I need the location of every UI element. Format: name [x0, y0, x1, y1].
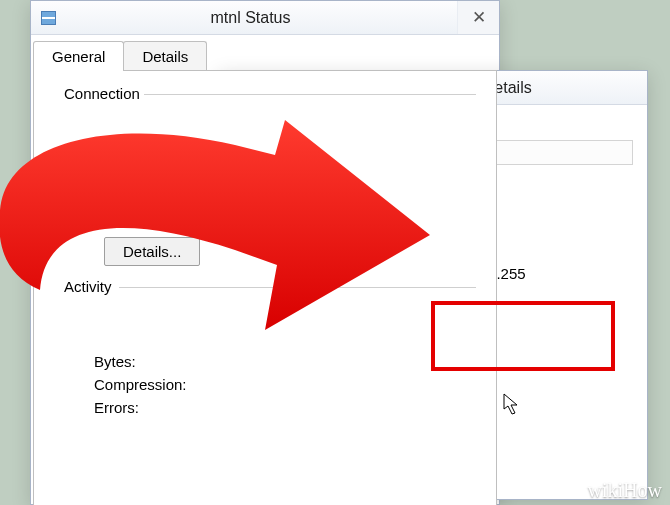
tab-general[interactable]: General [33, 41, 124, 71]
status-window: mtnl Status ✕ General Details Connection… [30, 0, 500, 505]
field-bytes: Bytes: [94, 353, 254, 370]
status-titlebar: mtnl Status ✕ [31, 1, 499, 35]
tab-details[interactable]: Details [123, 41, 207, 71]
field-compression: Compression: [94, 376, 254, 393]
status-title: mtnl Status [44, 9, 457, 27]
field-duration: Duration: [94, 186, 254, 203]
tabs: General Details [31, 35, 499, 71]
field-errors: Errors: [94, 399, 254, 416]
field-ipv: IPv… [94, 140, 254, 157]
field-speed: Speed: [94, 209, 254, 226]
details-button[interactable]: Details... [104, 237, 200, 266]
close-icon[interactable]: ✕ [457, 1, 499, 34]
tab-panel-general: Connection IPv… Media State: Duration: S… [33, 70, 497, 505]
field-media-state: Media State: [94, 163, 254, 180]
